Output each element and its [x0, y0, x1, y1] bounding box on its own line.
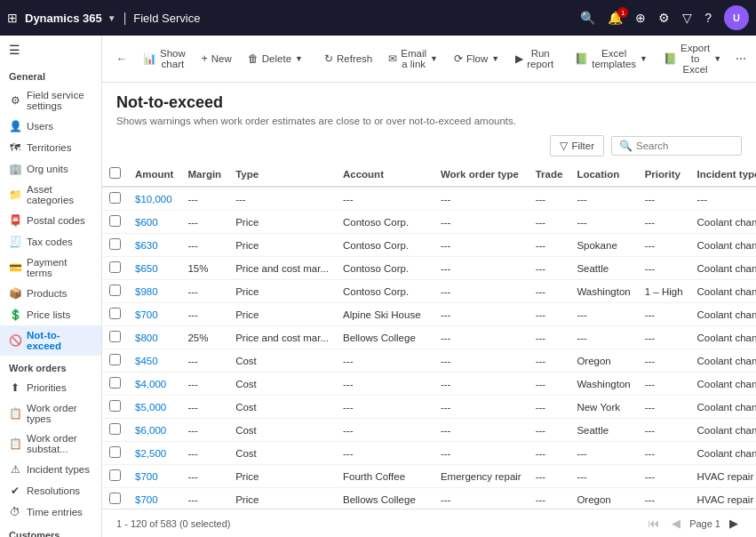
row-checkbox-7[interactable]: [109, 354, 121, 365]
sidebar-label-payment-terms: Payment terms: [27, 257, 92, 278]
new-button[interactable]: + New: [195, 49, 239, 68]
col-header-amount[interactable]: Amount: [128, 162, 180, 187]
amount-link-8[interactable]: $4,000: [135, 379, 166, 389]
row-checkbox-8[interactable]: [109, 377, 121, 389]
amount-link-9[interactable]: $5,000: [135, 402, 166, 413]
row-checkbox-3[interactable]: [109, 261, 121, 273]
row-checkbox-4[interactable]: [109, 285, 121, 296]
row-checkbox-2[interactable]: [109, 238, 121, 250]
cell-priority-0: ---: [638, 187, 690, 211]
row-checkbox-10[interactable]: [109, 423, 121, 435]
user-avatar[interactable]: U: [724, 5, 749, 30]
first-page-button[interactable]: ⏮: [644, 515, 663, 532]
sidebar-item-work-order-subst[interactable]: 📋Work order substat...: [0, 429, 101, 459]
row-checkbox-11[interactable]: [109, 446, 121, 458]
amount-link-6[interactable]: $800: [135, 333, 158, 343]
sidebar-item-territories[interactable]: 🗺Territories: [0, 137, 101, 158]
amount-link-3[interactable]: $650: [135, 263, 158, 274]
row-checkbox-13[interactable]: [109, 493, 121, 504]
prev-page-button[interactable]: ◀: [668, 515, 684, 532]
add-icon[interactable]: ⊕: [635, 11, 646, 25]
col-header-type[interactable]: Type: [228, 162, 336, 187]
flow-chevron-icon[interactable]: ▼: [491, 54, 499, 63]
row-checkbox-0[interactable]: [109, 192, 121, 204]
sidebar-label-territories: Territories: [27, 142, 92, 153]
sidebar-item-asset-categories[interactable]: 📁Asset categories: [0, 180, 101, 210]
export-excel-button[interactable]: 📗 Export to Excel ▼: [657, 39, 728, 78]
sidebar-item-price-lists[interactable]: 💲Price lists: [0, 304, 101, 325]
amount-link-11[interactable]: $2,500: [135, 448, 166, 459]
sidebar-item-incident-types[interactable]: ⚠Incident types: [0, 459, 101, 480]
next-page-button[interactable]: ▶: [726, 515, 742, 532]
select-all-checkbox[interactable]: [109, 167, 121, 179]
col-header-location[interactable]: Location: [569, 162, 637, 187]
amount-link-0[interactable]: $10,000: [135, 194, 172, 204]
sidebar-item-field-service-settings[interactable]: ⚙Field service settings: [0, 85, 101, 116]
sidebar-hamburger[interactable]: ☰: [0, 36, 101, 64]
cell-type-3: Price and cost mar...: [228, 257, 336, 280]
filter-icon[interactable]: ▽: [682, 11, 692, 25]
export-chevron-icon[interactable]: ▼: [713, 54, 721, 63]
amount-link-13[interactable]: $700: [135, 494, 158, 505]
show-chart-button[interactable]: 📊 Show chart: [136, 44, 193, 73]
amount-link-1[interactable]: $600: [135, 217, 158, 228]
filter-bar: ▽ Filter 🔍: [102, 132, 756, 162]
main-area: ☰ General⚙Field service settings👤Users🗺T…: [0, 36, 756, 537]
excel-templates-chevron-icon[interactable]: ▼: [640, 54, 648, 63]
row-checkbox-1[interactable]: [109, 215, 121, 227]
sidebar-item-resolutions[interactable]: ✔Resolutions: [0, 480, 101, 501]
row-checkbox-5[interactable]: [109, 308, 121, 319]
col-header-work_order_type[interactable]: Work order type: [434, 162, 529, 187]
amount-link-2[interactable]: $630: [135, 240, 158, 251]
run-report-button[interactable]: ▶ Run report: [508, 44, 561, 73]
row-checkbox-12[interactable]: [109, 469, 121, 481]
cell-priority-11: ---: [638, 442, 690, 465]
cell-location-11: ---: [569, 442, 637, 465]
delete-chevron-icon[interactable]: ▼: [295, 54, 303, 63]
page-title: Not-to-exceed: [116, 93, 742, 112]
row-checkbox-6[interactable]: [109, 331, 121, 342]
email-chevron-icon[interactable]: ▼: [430, 54, 438, 63]
col-header-margin[interactable]: Margin: [180, 162, 228, 187]
delete-button[interactable]: 🗑 Delete ▼: [241, 49, 310, 68]
cell-trade-8: ---: [529, 373, 570, 396]
cell-work_order_type-8: ---: [434, 373, 529, 396]
price-lists-icon: 💲: [9, 309, 21, 321]
sidebar-label-priorities: Priorities: [27, 382, 92, 393]
sidebar-item-priorities[interactable]: ⬆Priorities: [0, 377, 101, 398]
amount-link-5[interactable]: $700: [135, 309, 158, 320]
amount-link-4[interactable]: $980: [135, 286, 158, 297]
flow-button[interactable]: ⟳ Flow ▼: [447, 49, 506, 68]
back-button[interactable]: ←: [109, 49, 134, 68]
apps-icon[interactable]: ⊞: [7, 11, 18, 25]
amount-link-10[interactable]: $6,000: [135, 425, 166, 436]
sidebar-item-time-entries[interactable]: ⏱Time entries: [0, 501, 101, 523]
col-header-priority[interactable]: Priority: [638, 162, 690, 187]
sidebar-item-org-units[interactable]: 🏢Org units: [0, 158, 101, 180]
settings-icon[interactable]: ⚙: [658, 11, 670, 25]
amount-link-12[interactable]: $700: [135, 471, 158, 482]
search-icon[interactable]: 🔍: [580, 11, 595, 25]
question-icon[interactable]: ?: [704, 11, 712, 25]
sidebar-item-users[interactable]: 👤Users: [0, 116, 101, 137]
sidebar-item-tax-codes[interactable]: 🧾Tax codes: [0, 231, 101, 252]
col-header-account[interactable]: Account: [336, 162, 434, 187]
amount-link-7[interactable]: $450: [135, 356, 158, 366]
col-header-trade[interactable]: Trade: [529, 162, 570, 187]
row-checkbox-9[interactable]: [109, 400, 121, 412]
sidebar-item-payment-terms[interactable]: 💳Payment terms: [0, 252, 101, 283]
excel-templates-button[interactable]: 📗 Excel templates ▼: [568, 44, 655, 73]
sidebar-item-not-to-exceed[interactable]: 🚫Not-to-exceed: [0, 325, 101, 356]
sidebar-item-postal-codes[interactable]: 📮Postal codes: [0, 210, 101, 231]
sidebar-item-products[interactable]: 📦Products: [0, 283, 101, 304]
filter-button[interactable]: ▽ Filter: [550, 135, 604, 156]
table-row: $65015%Price and cost mar...Contoso Corp…: [102, 257, 756, 280]
col-header-incident_type[interactable]: Incident type ↓: [690, 162, 756, 187]
toolbar-more-button[interactable]: ⋯: [730, 49, 752, 68]
refresh-button[interactable]: ↻ Refresh: [317, 49, 379, 68]
search-input[interactable]: [636, 140, 734, 151]
sidebar-item-work-order-types[interactable]: 📋Work order types: [0, 398, 101, 429]
table-wrapper: AmountMarginTypeAccountWork order typeTr…: [102, 162, 756, 509]
email-link-button[interactable]: ✉ Email a link ▼: [381, 44, 445, 73]
notifications-icon[interactable]: 🔔1: [608, 11, 623, 25]
